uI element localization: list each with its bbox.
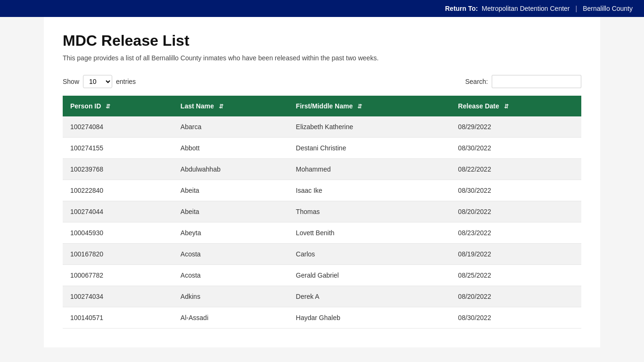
cell-last-name: Abeita bbox=[173, 180, 289, 201]
entries-label: entries bbox=[116, 78, 136, 85]
cell-person-id: 100274155 bbox=[63, 138, 173, 159]
facility-link[interactable]: Metropolitan Detention Center bbox=[482, 5, 570, 12]
cell-last-name: Abbott bbox=[173, 138, 289, 159]
cell-release-date: 08/25/2022 bbox=[451, 265, 581, 286]
cell-first-middle-name: Gerald Gabriel bbox=[289, 265, 451, 286]
entries-select[interactable]: 10 25 50 100 bbox=[83, 75, 112, 88]
cell-person-id: 100167820 bbox=[63, 244, 173, 265]
show-entries-area: Show 10 25 50 100 entries bbox=[63, 75, 136, 88]
table-row: 100274034AdkinsDerek A08/20/2022 bbox=[63, 286, 581, 307]
cell-first-middle-name: Haydar Ghaleb bbox=[289, 307, 451, 329]
cell-release-date: 08/23/2022 bbox=[451, 222, 581, 244]
cell-last-name: Abeyta bbox=[173, 222, 289, 244]
cell-person-id: 100274034 bbox=[63, 286, 173, 307]
controls-row: Show 10 25 50 100 entries Search: bbox=[63, 75, 581, 88]
table-row: 100140571Al-AssadiHaydar Ghaleb08/30/202… bbox=[63, 307, 581, 329]
cell-release-date: 08/30/2022 bbox=[451, 138, 581, 159]
cell-person-id: 100274044 bbox=[63, 201, 173, 222]
cell-first-middle-name: Lovett Benith bbox=[289, 222, 451, 244]
col-header-person-id[interactable]: Person ID ⇵ bbox=[63, 96, 173, 116]
sort-icon-first-middle-name: ⇵ bbox=[357, 103, 362, 110]
cell-last-name: Abeita bbox=[173, 201, 289, 222]
cell-person-id: 100239768 bbox=[63, 159, 173, 180]
cell-release-date: 08/30/2022 bbox=[451, 180, 581, 201]
cell-first-middle-name: Destani Christine bbox=[289, 138, 451, 159]
search-label: Search: bbox=[465, 78, 488, 85]
sort-icon-last-name: ⇵ bbox=[219, 103, 223, 110]
sort-icon-person-id: ⇵ bbox=[106, 103, 110, 110]
cell-first-middle-name: Mohammed bbox=[289, 159, 451, 180]
page-description: This page provides a list of all Bernali… bbox=[63, 54, 581, 62]
cell-person-id: 100274084 bbox=[63, 116, 173, 138]
sort-icon-release-date: ⇵ bbox=[504, 103, 509, 110]
return-label: Return To: bbox=[445, 5, 478, 12]
cell-release-date: 08/19/2022 bbox=[451, 244, 581, 265]
cell-first-middle-name: Elizabeth Katherine bbox=[289, 116, 451, 138]
cell-last-name: Acosta bbox=[173, 265, 289, 286]
col-header-release-date[interactable]: Release Date ⇵ bbox=[451, 96, 581, 116]
table-row: 100067782AcostaGerald Gabriel08/25/2022 bbox=[63, 265, 581, 286]
cell-last-name: Abarca bbox=[173, 116, 289, 138]
page-title: MDC Release List bbox=[63, 32, 581, 49]
cell-person-id: 100140571 bbox=[63, 307, 173, 329]
col-header-last-name[interactable]: Last Name ⇵ bbox=[173, 96, 289, 116]
topbar-separator: | bbox=[576, 5, 578, 12]
cell-person-id: 100045930 bbox=[63, 222, 173, 244]
table-row: 100274084AbarcaElizabeth Katherine08/29/… bbox=[63, 116, 581, 138]
cell-first-middle-name: Derek A bbox=[289, 286, 451, 307]
show-label: Show bbox=[63, 78, 79, 85]
cell-release-date: 08/20/2022 bbox=[451, 201, 581, 222]
cell-release-date: 08/22/2022 bbox=[451, 159, 581, 180]
county-link[interactable]: Bernalillo County bbox=[583, 5, 633, 12]
cell-last-name: Adkins bbox=[173, 286, 289, 307]
table-row: 100274155AbbottDestani Christine08/30/20… bbox=[63, 138, 581, 159]
cell-release-date: 08/30/2022 bbox=[451, 307, 581, 329]
table-row: 100222840AbeitaIsaac Ike08/30/2022 bbox=[63, 180, 581, 201]
table-row: 100045930AbeytaLovett Benith08/23/2022 bbox=[63, 222, 581, 244]
cell-release-date: 08/29/2022 bbox=[451, 116, 581, 138]
table-row: 100274044AbeitaThomas08/20/2022 bbox=[63, 201, 581, 222]
search-input[interactable] bbox=[492, 75, 581, 88]
cell-last-name: Acosta bbox=[173, 244, 289, 265]
cell-first-middle-name: Isaac Ike bbox=[289, 180, 451, 201]
release-list-table: Person ID ⇵ Last Name ⇵ First/Middle Nam… bbox=[63, 96, 581, 329]
cell-person-id: 100067782 bbox=[63, 265, 173, 286]
cell-release-date: 08/20/2022 bbox=[451, 286, 581, 307]
table-row: 100167820AcostaCarlos08/19/2022 bbox=[63, 244, 581, 265]
search-area: Search: bbox=[465, 75, 581, 88]
main-content: MDC Release List This page provides a li… bbox=[44, 17, 600, 347]
col-header-first-middle-name[interactable]: First/Middle Name ⇵ bbox=[289, 96, 451, 116]
cell-last-name: Abdulwahhab bbox=[173, 159, 289, 180]
table-header-row: Person ID ⇵ Last Name ⇵ First/Middle Nam… bbox=[63, 96, 581, 116]
cell-first-middle-name: Thomas bbox=[289, 201, 451, 222]
cell-person-id: 100222840 bbox=[63, 180, 173, 201]
table-row: 100239768AbdulwahhabMohammed08/22/2022 bbox=[63, 159, 581, 180]
topbar: Return To: Metropolitan Detention Center… bbox=[0, 0, 644, 17]
cell-last-name: Al-Assadi bbox=[173, 307, 289, 329]
cell-first-middle-name: Carlos bbox=[289, 244, 451, 265]
